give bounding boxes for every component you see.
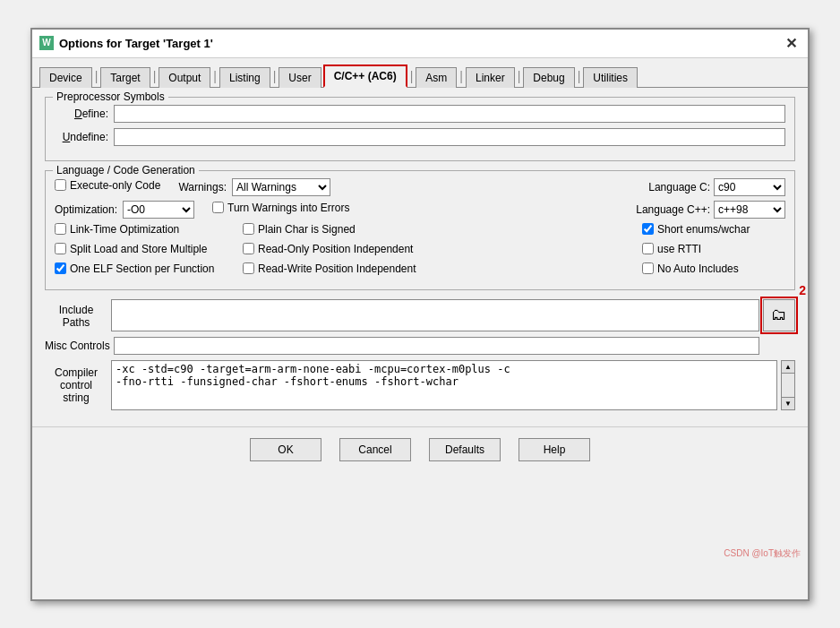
warnings-label: Warnings: — [178, 181, 227, 194]
undefine-label-text: U — [63, 131, 71, 143]
no-auto-includes-checkbox[interactable] — [642, 262, 654, 274]
title-bar-left: W Options for Target 'Target 1' — [39, 36, 213, 50]
link-time-opt-row: Link-Time Optimization — [55, 223, 234, 236]
compiler-control-section: Compiler control string ▲ ▼ — [45, 360, 795, 410]
dialog-footer: OK Cancel Defaults Help — [32, 426, 808, 472]
compiler-control-textarea[interactable] — [111, 360, 777, 410]
use-rtti-checkbox[interactable] — [642, 243, 654, 254]
lang-cpp-select[interactable]: c++98 c++11 c++14 — [714, 201, 785, 219]
tab-debug[interactable]: Debug — [523, 67, 574, 88]
plain-char-row: Plain Char is Signed — [243, 223, 633, 236]
plain-char-label: Plain Char is Signed — [258, 223, 356, 236]
short-enums-checkbox[interactable] — [642, 223, 654, 235]
define-input[interactable] — [114, 105, 785, 123]
link-time-opt-checkbox[interactable] — [55, 223, 66, 235]
tab-utilities[interactable]: Utilities — [583, 67, 638, 88]
include-paths-inputs — [111, 299, 759, 331]
annotation-2: 2 — [799, 283, 806, 297]
read-only-row: Read-Only Position Independent — [243, 243, 633, 255]
tab-device[interactable]: Device — [39, 67, 92, 88]
read-only-checkbox[interactable] — [243, 243, 254, 254]
undefine-input[interactable] — [114, 128, 785, 146]
browse-button[interactable]: 🗂 — [763, 299, 795, 331]
execute-only-row: Execute-only Code — [55, 179, 160, 192]
lang-c-select[interactable]: c90 c99 c11 — [714, 178, 785, 196]
use-rtti-label: use RTTI — [657, 243, 701, 255]
scroll-up-button[interactable]: ▲ — [782, 361, 794, 374]
misc-controls-label: Misc Controls — [45, 340, 110, 352]
browse-btn-container: 🗂 2 — [763, 299, 795, 331]
lang-c-label: Language C: — [648, 181, 710, 194]
split-load-label: Split Load and Store Multiple — [70, 243, 207, 255]
lang-cpp-row: Language C++: c++98 c++11 c++14 — [636, 201, 785, 219]
preprocessor-group-label: Preprocessor Symbols — [53, 90, 168, 103]
tab-target[interactable]: Target — [100, 67, 150, 88]
tab-sep-2: | — [152, 69, 158, 83]
misc-controls-section: Misc Controls — [45, 337, 795, 355]
plain-char-checkbox[interactable] — [243, 223, 254, 235]
lang-cpp-label: Language C++: — [636, 203, 710, 216]
tab-asm[interactable]: Asm — [416, 67, 457, 88]
help-button[interactable]: Help — [519, 438, 590, 461]
tab-cpp[interactable]: C/C++ (AC6) — [323, 65, 407, 88]
no-auto-includes-label: No Auto Includes — [657, 262, 739, 275]
lang-c-row: Language C: c90 c99 c11 — [648, 178, 785, 196]
one-elf-checkbox[interactable] — [55, 262, 66, 274]
read-write-checkbox[interactable] — [243, 262, 254, 274]
misc-controls-input[interactable] — [114, 337, 759, 355]
compiler-control-label: Compiler control string — [45, 360, 107, 410]
split-load-checkbox[interactable] — [55, 243, 66, 254]
no-auto-includes-row: No Auto Includes — [642, 262, 785, 275]
tab-sep-7: | — [517, 69, 522, 83]
one-elf-row: One ELF Section per Function — [55, 262, 234, 275]
optimization-label: Optimization: — [55, 203, 117, 216]
scroll-down-button[interactable]: ▼ — [782, 397, 794, 409]
read-write-row: Read-Write Position Independent — [243, 262, 633, 275]
tab-linker[interactable]: Linker — [466, 67, 515, 88]
tab-bar: Device | Target | Output | Listing | Use… — [32, 58, 808, 88]
tab-listing[interactable]: Listing — [219, 67, 270, 88]
folder-icon: 🗂 — [771, 305, 787, 324]
short-enums-label: Short enums/wchar — [657, 223, 750, 236]
link-time-opt-label: Link-Time Optimization — [70, 223, 179, 236]
preprocessor-group: Preprocessor Symbols Define: Undefine: — [45, 97, 795, 161]
tab-sep-6: | — [459, 69, 464, 83]
tab-sep-3: | — [212, 69, 218, 83]
close-button[interactable]: ✕ — [782, 35, 801, 52]
defaults-button[interactable]: Defaults — [429, 438, 501, 461]
undefine-row: Undefine: — [55, 128, 785, 146]
include-path-input-1[interactable] — [111, 299, 759, 331]
include-paths-section: Include Paths 🗂 2 — [45, 299, 795, 331]
main-content: Preprocessor Symbols Define: Undefine: L… — [32, 88, 808, 423]
title-bar: W Options for Target 'Target 1' ✕ — [32, 30, 808, 58]
code-gen-group: Language / Code Generation Execute-only … — [45, 170, 795, 290]
turn-warnings-checkbox[interactable] — [212, 202, 224, 213]
turn-warnings-label: Turn Warnings into Errors — [227, 202, 349, 214]
warnings-row: Warnings: All Warnings No Warnings — [178, 178, 330, 196]
split-load-row: Split Load and Store Multiple — [55, 243, 234, 255]
compiler-scrollbar: ▲ ▼ — [781, 360, 795, 410]
read-write-label: Read-Write Position Independent — [258, 262, 416, 275]
one-elf-label: One ELF Section per Function — [70, 262, 214, 275]
optimization-row: Optimization: -O0 -O1 -O2 -O3 — [55, 201, 194, 219]
dialog-title: Options for Target 'Target 1' — [59, 37, 213, 50]
optimization-select[interactable]: -O0 -O1 -O2 -O3 — [123, 201, 194, 219]
execute-only-label: Execute-only Code — [70, 179, 160, 192]
define-label: Define: — [55, 108, 108, 120]
app-icon: W — [39, 36, 54, 50]
watermark: CSDN @IoT触发作 — [724, 547, 801, 560]
code-gen-label: Language / Code Generation — [53, 164, 199, 176]
turn-warnings-row: Turn Warnings into Errors — [212, 202, 349, 214]
scroll-track — [782, 374, 794, 397]
tab-sep-5: | — [409, 69, 415, 83]
tab-output[interactable]: Output — [159, 67, 210, 88]
cancel-button[interactable]: Cancel — [339, 438, 411, 461]
warnings-select[interactable]: All Warnings No Warnings — [232, 178, 330, 196]
execute-only-checkbox[interactable] — [55, 179, 66, 191]
tab-user[interactable]: User — [279, 67, 321, 88]
use-rtti-row: use RTTI — [642, 243, 785, 255]
short-enums-row: Short enums/wchar — [642, 223, 785, 236]
tab-sep-4: | — [272, 69, 278, 83]
tab-sep-8: | — [577, 69, 582, 83]
ok-button[interactable]: OK — [250, 438, 321, 461]
